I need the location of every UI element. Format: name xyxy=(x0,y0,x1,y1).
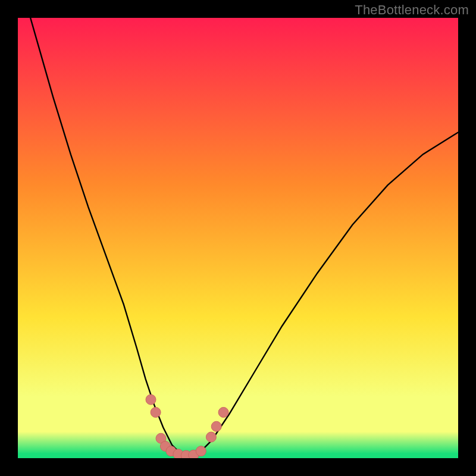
plot-area xyxy=(18,18,458,458)
chart-frame: TheBottleneck.com xyxy=(0,0,476,476)
data-marker xyxy=(206,432,216,442)
data-marker xyxy=(151,408,161,418)
data-marker xyxy=(211,421,221,431)
data-marker xyxy=(218,408,228,418)
chart-svg xyxy=(18,18,458,458)
gradient-background xyxy=(18,18,458,458)
data-marker xyxy=(146,394,156,405)
watermark-text: TheBottleneck.com xyxy=(355,2,469,18)
data-marker xyxy=(196,446,206,456)
